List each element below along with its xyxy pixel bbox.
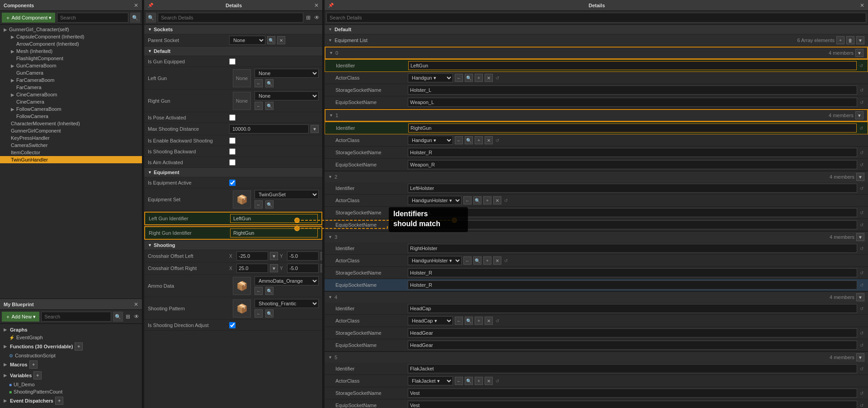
blueprint-search-input[interactable] [41, 312, 111, 322]
right-gun-identifier-input[interactable] [230, 228, 318, 237]
eq-item-4-actorclass-reset[interactable]: ↺ [495, 318, 500, 323]
eq-item-5-storage-socket-reset[interactable]: ↺ [859, 391, 864, 396]
eq-item-1-actorclass-delete-btn[interactable]: ✕ [485, 136, 493, 144]
middle-grid-view-btn[interactable]: ⊞ [305, 14, 311, 21]
equipment-set-back-btn[interactable]: ← [255, 200, 263, 209]
eq-item-0-actorclass-reset[interactable]: ↺ [495, 76, 500, 81]
eq-item-0-actorclass-add-btn[interactable]: ＋ [475, 74, 483, 82]
right-default-section-header[interactable]: ▼ Default [325, 25, 868, 34]
eq-item-5-identifier-reset[interactable]: ↺ [859, 366, 864, 371]
middle-eye-btn[interactable]: 👁 [313, 14, 321, 21]
tree-item-twin-gun-handler[interactable]: TwinGunHandler [0, 156, 142, 163]
right-gun-search-btn[interactable]: 🔍 [265, 102, 274, 110]
crosshair-right-y-input[interactable] [287, 264, 319, 273]
eq-item-1-actorclass-reset[interactable]: ↺ [495, 138, 500, 143]
eq-item-2-actorclass-reset[interactable]: ↺ [503, 198, 509, 203]
tree-item-mesh[interactable]: ▶ Mesh (Inherited) [0, 47, 142, 55]
eq-item-4-header[interactable]: ▼ 4 4 members ▼ [325, 292, 868, 303]
tree-item-flashlight[interactable]: FlashlightComponent [0, 55, 142, 62]
max-shooting-distance-input[interactable] [229, 124, 309, 133]
eq-item-0-equip-socket-reset[interactable]: ↺ [859, 100, 864, 105]
eq-item-2-actorclass-dropdown[interactable]: HandgunHolster ▾ [408, 196, 462, 205]
tree-item-item-collector[interactable]: ItemCollector [0, 149, 142, 156]
equipment-set-dropdown[interactable]: TwinGunSet [255, 190, 319, 199]
eq-item-0-equip-socket-input[interactable] [408, 98, 857, 107]
eq-item-1-storage-socket-input[interactable] [408, 148, 857, 157]
is-shooting-direction-checkbox[interactable] [229, 322, 236, 328]
eq-item-5-equip-socket-reset[interactable]: ↺ [859, 403, 864, 408]
tree-item-cine-camera[interactable]: CineCamera [0, 98, 142, 105]
eq-item-4-identifier-reset[interactable]: ↺ [859, 306, 864, 311]
component-search-input[interactable] [57, 13, 128, 23]
eq-add-btn[interactable]: ＋ [836, 36, 844, 44]
eq-item-4-equip-socket-reset[interactable]: ↺ [859, 343, 864, 348]
is-aim-activated-checkbox[interactable] [229, 159, 236, 166]
eq-item-1-header[interactable]: ▼ 1 4 members ▼ [325, 109, 868, 122]
eq-item-5-actorclass-search-btn[interactable]: 🔍 [465, 377, 473, 385]
eq-item-4-identifier-input[interactable] [408, 304, 857, 313]
ui-demo-item[interactable]: ■ UI_Demo [0, 381, 142, 388]
blueprint-grid-view-btn[interactable]: ⊞ [125, 313, 131, 320]
tree-item-gun-camera-boom[interactable]: ▶ GunCameraBoom [0, 62, 142, 69]
eq-item-2-actorclass-add-btn[interactable]: ＋ [483, 196, 491, 204]
eq-item-5-actorclass-reset[interactable]: ↺ [495, 379, 500, 384]
eq-item-4-storage-socket-input[interactable] [408, 328, 857, 337]
tree-item-follow-camera[interactable]: FollowCamera [0, 113, 142, 120]
eq-item-5-collapse-btn[interactable]: ▼ [856, 353, 864, 361]
eq-item-3-collapse-btn[interactable]: ▼ [856, 233, 864, 241]
is-equipment-active-checkbox[interactable] [229, 180, 236, 186]
construction-script-item[interactable]: ⚙ ConstructionScript [0, 352, 142, 359]
tree-item-far-camera-boom[interactable]: ▶ FarCameraBoom [0, 76, 142, 84]
right-gun-back-btn[interactable]: ← [255, 102, 263, 110]
eq-item-0-actorclass-delete-btn[interactable]: ✕ [485, 74, 493, 82]
eq-item-4-storage-socket-reset[interactable]: ↺ [859, 331, 864, 336]
eq-collapse-btn[interactable]: ▼ [856, 36, 864, 44]
eq-item-2-storage-socket-input[interactable] [408, 208, 857, 217]
eq-item-3-identifier-reset[interactable]: ↺ [859, 246, 864, 251]
tree-item-camera-switcher[interactable]: CameraSwitcher [0, 142, 142, 149]
eq-item-0-header[interactable]: ▼ 0 4 members ▼ [325, 47, 868, 59]
eq-delete-btn[interactable]: 🗑 [846, 36, 854, 44]
crosshair-right-x-input[interactable] [236, 264, 268, 273]
eq-item-0-actorclass-arrow-btn[interactable]: ← [455, 74, 463, 82]
eq-item-1-equip-socket-reset[interactable]: ↺ [859, 162, 864, 167]
eq-item-3-actorclass-arrow-btn[interactable]: ← [463, 256, 472, 265]
eq-item-5-actorclass-add-btn[interactable]: ＋ [475, 377, 483, 385]
parent-socket-dropdown[interactable]: None [229, 36, 265, 45]
functions-section-header[interactable]: ▶ Functions (30 Overridable) ＋ [0, 341, 142, 352]
is-pose-activated-checkbox[interactable] [229, 114, 236, 121]
equipment-set-search-btn[interactable]: 🔍 [265, 200, 274, 209]
shooting-pattern-dropdown[interactable]: Shooting_Frantic [255, 299, 319, 308]
ammo-data-back-btn[interactable]: ← [255, 287, 263, 295]
eq-item-1-identifier-input[interactable] [408, 123, 857, 133]
crosshair-left-x-expand[interactable]: ▼ [270, 252, 278, 260]
eq-item-3-equip-socket-input[interactable] [408, 280, 857, 289]
right-gun-dropdown[interactable]: None [255, 91, 319, 100]
eq-item-4-actorclass-delete-btn[interactable]: ✕ [485, 317, 493, 325]
eq-item-1-equip-socket-input[interactable] [408, 160, 857, 169]
add-variable-btn[interactable]: ＋ [33, 371, 42, 380]
crosshair-right-y-expand[interactable]: ▼ [321, 264, 322, 272]
eq-item-3-identifier-input[interactable] [408, 244, 857, 253]
event-graph-item[interactable]: ⚡ EventGraph [0, 334, 142, 341]
variables-section-header[interactable]: ▶ Variables ＋ [0, 370, 142, 381]
eq-item-4-actorclass-add-btn[interactable]: ＋ [475, 317, 483, 325]
eq-item-0-storage-socket-reset[interactable]: ↺ [859, 88, 864, 93]
eq-item-5-header[interactable]: ▼ 5 4 members ▼ [325, 352, 868, 363]
blueprint-close-btn[interactable]: ✕ [134, 301, 138, 308]
sockets-section-header[interactable]: ▼ Sockets [144, 25, 322, 34]
crosshair-right-x-expand[interactable]: ▼ [270, 264, 278, 272]
add-function-btn[interactable]: ＋ [75, 342, 83, 351]
eq-item-3-storage-socket-input[interactable] [408, 268, 857, 277]
left-gun-search-btn[interactable]: 🔍 [265, 79, 274, 87]
eq-item-1-storage-socket-reset[interactable]: ↺ [859, 150, 864, 155]
is-shooting-backward-checkbox[interactable] [229, 148, 236, 155]
ammo-data-dropdown[interactable]: AmmoData_Orange [255, 276, 319, 285]
tree-item-gun-camera[interactable]: GunCamera [0, 69, 142, 76]
eq-item-0-actorclass-dropdown[interactable]: Handgun ▾ [408, 73, 453, 82]
eq-item-2-identifier-input[interactable] [408, 184, 857, 193]
graphs-section-header[interactable]: ▶ Graphs [0, 326, 142, 334]
equipment-section-header[interactable]: ▼ Equipment [144, 168, 322, 177]
eq-item-2-identifier-reset[interactable]: ↺ [859, 186, 864, 191]
eq-item-3-actorclass-add-btn[interactable]: ＋ [483, 256, 491, 265]
